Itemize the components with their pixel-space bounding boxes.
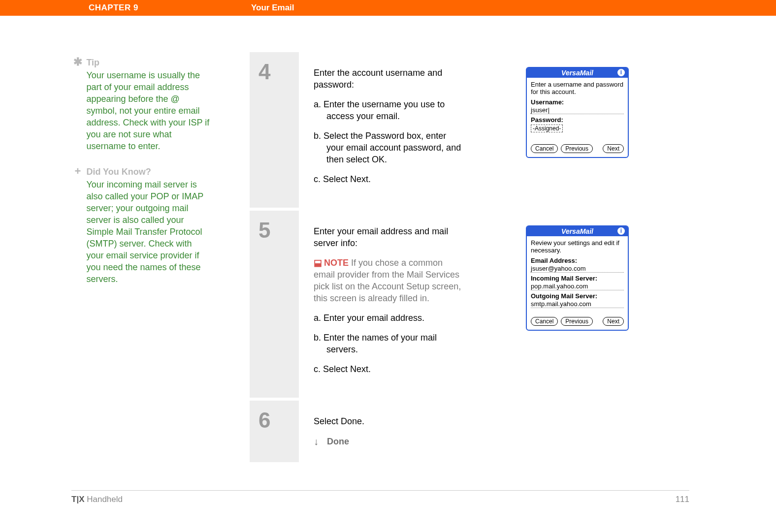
step-4: 4 Enter the account username and passwor… <box>250 52 639 208</box>
product-name-2: Handheld <box>84 495 123 504</box>
step6-instructions: Select Done. ↓ Done <box>314 415 461 447</box>
header-bar: CHAPTER 9 Your Email <box>0 0 776 16</box>
username-value: jsuser <box>531 106 548 114</box>
step-6: 6 Select Done. ↓ Done <box>250 401 639 462</box>
step5-instructions: Enter your email address and mail server… <box>314 225 461 383</box>
device1-title: VersaMail <box>561 69 593 77</box>
asterisk-icon: ✱ <box>71 57 84 67</box>
tip-body: Your username is usually the part of you… <box>86 70 209 151</box>
device-screenshot-1: VersaMail i Enter a username and passwor… <box>526 67 629 158</box>
previous-button[interactable]: Previous <box>561 144 593 153</box>
step-number: 5 <box>250 211 299 243</box>
step4-instructions: Enter the account username and password:… <box>314 67 461 193</box>
step-5: 5 Enter your email address and mail serv… <box>250 211 639 398</box>
step-num-wrap: 4 <box>250 52 299 208</box>
device-screenshot-2: VersaMail i Review your settings and edi… <box>526 225 629 331</box>
username-field[interactable]: jsuser <box>531 106 624 114</box>
dyk-text: Did You Know? Your incoming mail server … <box>86 166 209 285</box>
tip-block: ✱ Tip Your username is usually the part … <box>71 57 219 152</box>
info-icon: i <box>617 69 625 76</box>
next-button[interactable]: Next <box>603 317 624 326</box>
email-label: Email Address: <box>531 257 624 264</box>
device1-titlebar: VersaMail i <box>527 68 628 78</box>
incoming-field[interactable]: pop.mail.yahoo.com <box>531 282 624 290</box>
previous-button[interactable]: Previous <box>561 317 593 326</box>
text-cursor <box>549 108 549 114</box>
chapter-label: CHAPTER 9 <box>89 3 138 13</box>
step4-b: b. Select the Password box, enter your e… <box>314 130 461 165</box>
product-name-1: T|X <box>71 495 84 504</box>
step5-b: b. Enter the names of your mail servers. <box>314 332 461 355</box>
page-number: 111 <box>676 495 689 504</box>
plus-icon: + <box>71 166 84 177</box>
step-body: Select Done. ↓ Done <box>299 401 639 462</box>
page: CHAPTER 9 Your Email ✱ Tip Your username… <box>0 0 776 532</box>
dyk-body: Your incoming mail server is also called… <box>86 180 203 284</box>
sidebar: ✱ Tip Your username is usually the part … <box>71 57 219 299</box>
step-num-wrap: 6 <box>250 401 299 462</box>
tip-heading: Tip <box>86 57 209 68</box>
step4-a: a. Enter the username you use to access … <box>314 98 461 122</box>
info-icon: i <box>617 227 625 235</box>
outgoing-label: Outgoing Mail Server: <box>531 292 624 300</box>
outgoing-field[interactable]: smtp.mail.yahoo.com <box>531 300 624 308</box>
page-title: Your Email <box>251 3 294 13</box>
note-flag-icon: ⬓ <box>314 258 322 268</box>
step5-lead: Enter your email address and mail server… <box>314 225 461 249</box>
device1-buttons: Cancel Previous Next <box>531 144 624 153</box>
username-label: Username: <box>531 98 624 106</box>
step4-lead: Enter the account username and password: <box>314 67 461 91</box>
step-num-wrap: 5 <box>250 211 299 398</box>
incoming-label: Incoming Mail Server: <box>531 275 624 282</box>
footer: T|X Handheld 111 <box>71 490 689 504</box>
password-label: Password: <box>531 116 624 124</box>
device1-text: Enter a username and password for this a… <box>531 81 624 95</box>
done-label: Done <box>327 437 349 446</box>
step4-c: c. Select Next. <box>314 173 461 185</box>
cancel-button[interactable]: Cancel <box>531 144 558 153</box>
dyk-heading: Did You Know? <box>86 166 209 178</box>
step5-a: a. Enter your email address. <box>314 312 461 324</box>
step6-lead: Select Done. <box>314 415 461 427</box>
down-arrow-icon: ↓ <box>314 436 324 447</box>
step5-c: c. Select Next. <box>314 363 461 375</box>
note-label: NOTE <box>324 258 349 268</box>
next-button[interactable]: Next <box>603 144 624 153</box>
cancel-button[interactable]: Cancel <box>531 317 558 326</box>
device2-text: Review your settings and edit if necessa… <box>531 239 624 254</box>
step-body: Enter the account username and password:… <box>299 52 639 208</box>
device2-title: VersaMail <box>561 227 593 235</box>
device2-buttons: Cancel Previous Next <box>531 317 624 326</box>
device2-titlebar: VersaMail i <box>527 226 628 236</box>
done-row: ↓ Done <box>314 435 461 447</box>
main-steps: 4 Enter the account username and passwor… <box>250 52 639 465</box>
step5-note: ⬓NOTE If you chose a common email provid… <box>314 257 461 304</box>
password-field[interactable]: -Assigned- <box>531 125 563 132</box>
didyouknow-block: + Did You Know? Your incoming mail serve… <box>71 166 219 285</box>
step-number: 4 <box>250 52 299 84</box>
tip-text: Tip Your username is usually the part of… <box>86 57 209 152</box>
email-field[interactable]: jsuser@yahoo.com <box>531 264 624 273</box>
step-body: Enter your email address and mail server… <box>299 211 639 398</box>
step-number: 6 <box>250 401 299 433</box>
